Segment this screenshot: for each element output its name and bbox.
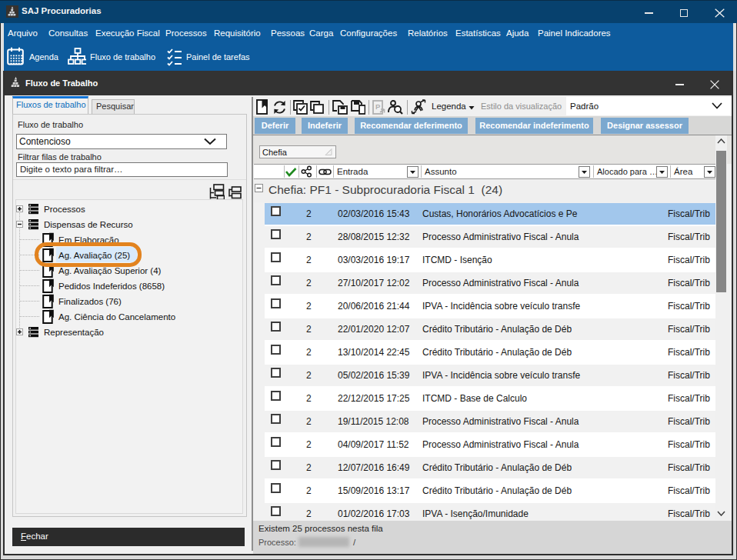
svg-text:P: P	[375, 102, 381, 111]
